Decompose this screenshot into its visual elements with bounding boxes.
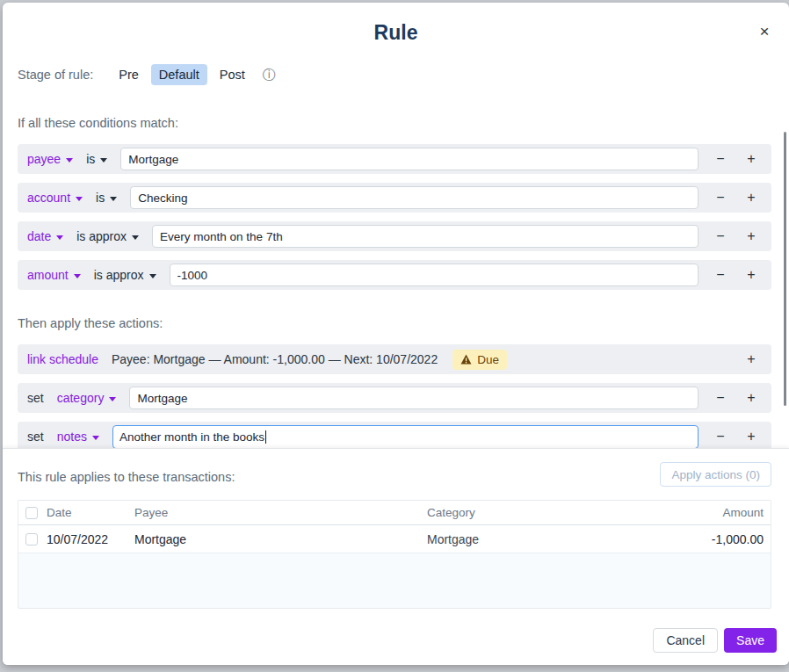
- condition-value-input[interactable]: [120, 148, 699, 170]
- add-row-button[interactable]: +: [742, 430, 760, 444]
- column-header-category: Category: [427, 506, 662, 519]
- remove-row-button[interactable]: −: [712, 191, 729, 205]
- action-row-link-schedule: link schedule Payee: Mortgage — Amount: …: [18, 344, 771, 374]
- chevron-down-icon: [100, 158, 107, 163]
- transactions-table: Date Payee Category Amount 10/07/2022 Mo…: [18, 500, 771, 609]
- stage-option-post[interactable]: Post: [212, 64, 253, 85]
- select-all-checkbox[interactable]: [25, 507, 38, 519]
- modal-title: Rule: [3, 21, 789, 45]
- stage-label: Stage of rule:: [18, 68, 93, 82]
- field-dropdown-label: account: [27, 191, 70, 205]
- stage-option-pre[interactable]: Pre: [111, 64, 147, 85]
- op-dropdown[interactable]: is approx: [76, 229, 139, 243]
- table-row[interactable]: 10/07/2022 Mortgage Mortgage -1,000.00: [18, 525, 771, 553]
- table-header-row: Date Payee Category Amount: [18, 501, 771, 525]
- op-dropdown-label: is: [96, 191, 105, 205]
- chevron-down-icon: [56, 235, 63, 240]
- field-dropdown[interactable]: date: [27, 229, 63, 243]
- schedule-link-label: link schedule: [27, 352, 98, 366]
- op-dropdown-label: is approx: [76, 229, 127, 243]
- cell-amount: -1,000.00: [662, 532, 764, 546]
- scrollbar-thumb[interactable]: [784, 132, 786, 406]
- conditions-heading: If all these conditions match:: [18, 116, 178, 130]
- condition-value-input[interactable]: [130, 186, 699, 209]
- warning-icon: [460, 354, 472, 365]
- condition-row-payee: payee is − +: [18, 144, 771, 174]
- op-dropdown[interactable]: is approx: [94, 268, 156, 282]
- cancel-button[interactable]: Cancel: [653, 628, 718, 653]
- field-dropdown-label: amount: [27, 268, 69, 282]
- cell-category: Mortgage: [427, 532, 662, 546]
- condition-value-input[interactable]: [170, 264, 699, 286]
- schedule-link[interactable]: link schedule: [27, 352, 98, 366]
- field-dropdown-label: date: [27, 229, 51, 243]
- info-icon[interactable]: ⓘ: [263, 67, 276, 83]
- chevron-down-icon: [76, 197, 83, 201]
- field-dropdown[interactable]: payee: [27, 152, 73, 166]
- chevron-down-icon: [109, 397, 116, 401]
- cell-payee: Mortgage: [134, 532, 427, 546]
- chevron-down-icon: [132, 235, 139, 240]
- save-button[interactable]: Save: [724, 628, 777, 653]
- field-dropdown[interactable]: account: [27, 191, 83, 205]
- row-checkbox[interactable]: [25, 533, 38, 546]
- rule-modal: Rule × Stage of rule: Pre Default Post ⓘ…: [3, 3, 789, 665]
- remove-row-button[interactable]: −: [712, 391, 729, 405]
- field-dropdown[interactable]: amount: [27, 268, 81, 282]
- stage-selector: Stage of rule: Pre Default Post ⓘ: [18, 64, 276, 85]
- remove-row-button[interactable]: −: [712, 430, 729, 444]
- field-dropdown[interactable]: notes: [57, 430, 99, 444]
- notes-value: Another month in the books: [119, 430, 264, 444]
- op-dropdown[interactable]: is: [96, 191, 117, 205]
- add-row-button[interactable]: +: [742, 191, 760, 205]
- action-value-input-focused[interactable]: Another month in the books: [112, 425, 699, 449]
- schedule-description: Payee: Mortgage — Amount: -1,000.00 — Ne…: [112, 352, 438, 366]
- close-icon[interactable]: ×: [756, 23, 773, 40]
- stage-option-default[interactable]: Default: [151, 64, 207, 85]
- condition-row-account: account is − +: [18, 183, 771, 213]
- chevron-down-icon: [92, 436, 99, 440]
- add-row-button[interactable]: +: [742, 152, 760, 166]
- add-row-button[interactable]: +: [742, 229, 760, 243]
- add-row-button[interactable]: +: [742, 391, 760, 405]
- chevron-down-icon: [74, 274, 81, 278]
- remove-row-button[interactable]: −: [712, 268, 729, 282]
- op-dropdown-label: is approx: [94, 268, 144, 282]
- field-dropdown-label: payee: [27, 152, 61, 166]
- action-row-set-category: set category − +: [18, 383, 771, 413]
- op-dropdown-label: is: [86, 152, 95, 166]
- chevron-down-icon: [149, 274, 156, 278]
- due-badge: Due: [452, 350, 507, 370]
- add-row-button[interactable]: +: [742, 268, 760, 282]
- chevron-down-icon: [110, 197, 117, 201]
- remove-row-button[interactable]: −: [712, 229, 729, 243]
- transactions-section: This rule applies to these transactions:…: [3, 448, 789, 665]
- due-badge-label: Due: [477, 353, 499, 366]
- action-value-input[interactable]: [129, 387, 699, 409]
- condition-value-input[interactable]: [152, 225, 699, 248]
- column-header-payee: Payee: [134, 506, 427, 519]
- condition-row-date: date is approx − +: [18, 221, 771, 251]
- field-dropdown-label: notes: [57, 430, 87, 444]
- cell-date: 10/07/2022: [47, 532, 134, 546]
- transactions-heading: This rule applies to these transactions:: [18, 470, 235, 484]
- field-dropdown-label: category: [57, 391, 105, 405]
- condition-row-amount: amount is approx − +: [18, 260, 771, 290]
- add-row-button[interactable]: +: [742, 352, 760, 366]
- set-prefix: set: [27, 391, 44, 405]
- chevron-down-icon: [66, 158, 73, 163]
- remove-row-button[interactable]: −: [712, 152, 729, 166]
- column-header-date: Date: [47, 506, 134, 519]
- op-dropdown[interactable]: is: [86, 152, 107, 166]
- actions-heading: Then apply these actions:: [18, 316, 163, 330]
- apply-actions-button[interactable]: Apply actions (0): [660, 462, 771, 487]
- text-caret: [265, 430, 266, 444]
- set-prefix: set: [27, 430, 44, 444]
- action-row-set-notes: set notes Another month in the books − +: [18, 422, 771, 452]
- field-dropdown[interactable]: category: [57, 391, 117, 405]
- column-header-amount: Amount: [662, 506, 764, 519]
